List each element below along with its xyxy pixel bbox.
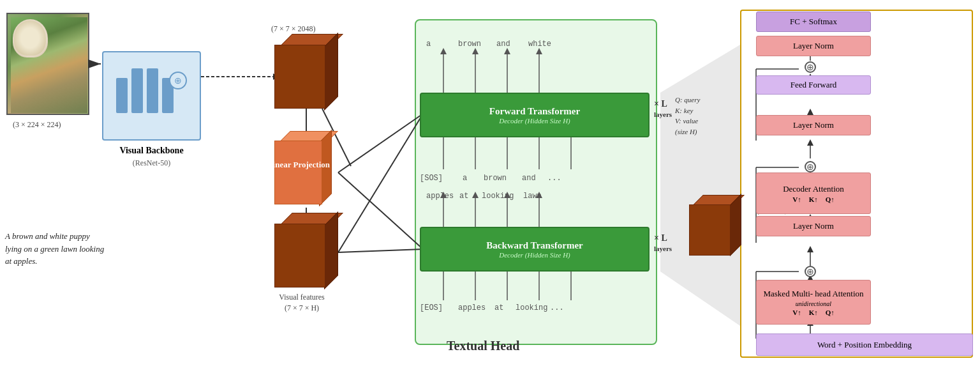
layer-norm-3-label: Layer Norm <box>793 221 834 231</box>
fwd-in-sos: [SOS] <box>420 174 443 183</box>
decoder-vkq: V↑ K↑ Q↑ <box>792 195 835 203</box>
textual-head-label: Textual Head <box>447 339 519 353</box>
bwd-out-apples: apples <box>426 192 454 201</box>
svg-line-13 <box>338 172 423 249</box>
vf-cube-front-face <box>274 224 325 288</box>
masked-v: V↑ <box>792 309 801 316</box>
feed-forward-label: Feed Forward <box>791 80 837 90</box>
qkv-v-label: V: value <box>675 116 700 126</box>
lp-label: Linear Projection <box>267 160 330 170</box>
dc-cube-front-face <box>689 204 731 256</box>
backbone-box: ⊕ <box>102 51 201 141</box>
lp-cube-front-face <box>274 141 322 204</box>
backbone-inner <box>116 62 174 113</box>
bwd-out-looking: looking <box>482 192 514 201</box>
embedding-label: Word + Position Embedding <box>817 340 912 350</box>
plus-circle-2: ⊕ <box>805 161 816 172</box>
backward-transformer-box: Backward Transformer Decoder (Hidden Siz… <box>420 227 650 272</box>
fwd-out-brown: brown <box>458 40 481 49</box>
layer-norm-1-box: Layer Norm <box>756 36 871 56</box>
embedding-box: Word + Position Embedding <box>756 334 973 356</box>
architecture-diagram: (3 × 224 × 224) A brown and white puppy … <box>0 0 980 368</box>
top-cube-label: (7 × 7 × 2048) <box>271 24 316 34</box>
svg-marker-50 <box>660 45 740 326</box>
backward-transformer-title: Backward Transformer <box>486 240 583 251</box>
masked-q: Q↑ <box>826 309 835 316</box>
plus-symbol: ⊕ <box>169 72 187 89</box>
fc-softmax-label: FC + Softmax <box>790 17 837 27</box>
fwd-in-and: and <box>522 174 536 183</box>
svg-line-11 <box>338 249 423 252</box>
decoder-attention-label: Decoder Attention <box>783 184 844 194</box>
vf-cube-right-face <box>324 211 338 289</box>
layer-norm-3-box: Layer Norm <box>756 216 871 236</box>
forward-transformer-subtitle: Decoder (Hidden Size H) <box>499 117 570 125</box>
bwd-in-looking: looking <box>516 303 547 312</box>
qkv-k-label: K: key <box>675 105 700 116</box>
masked-attention-label: Masked Multi- head Attention <box>763 289 863 299</box>
layer-norm-1-label: Layer Norm <box>793 41 834 51</box>
top-cube-front-face <box>274 45 325 109</box>
decoder-attention-box: Decoder Attention V↑ K↑ Q↑ <box>756 172 871 214</box>
layer-norm-2-label: Layer Norm <box>793 120 834 130</box>
bwd-in-at: at <box>494 303 503 312</box>
bwd-in-eos: [EOS] <box>420 303 443 312</box>
fwd-out-a: a <box>426 40 431 49</box>
qkv-size-label: (size H) <box>675 126 700 137</box>
backward-transformer-subtitle: Decoder (Hidden Size H) <box>499 251 570 259</box>
vf-label: Visual features <box>267 293 337 302</box>
layer-norm-2-box: Layer Norm <box>756 115 871 135</box>
fwd-in-brown: brown <box>484 174 507 183</box>
plus-circle-3: ⊕ <box>805 61 816 73</box>
bb-bar-1 <box>116 78 128 113</box>
svg-line-8 <box>338 114 423 172</box>
bwd-in-apples: apples <box>458 303 486 312</box>
bwd-out-lawn: lawn <box>523 192 542 201</box>
bb-bar-3 <box>147 68 158 113</box>
fwd-out-white: white <box>528 40 551 49</box>
fwd-in-a: a <box>463 174 467 183</box>
masked-vkq: V↑ K↑ Q↑ <box>792 309 835 316</box>
qkv-annotation: Q: query K: key V: value (size H) <box>675 95 700 137</box>
backbone-label: Visual Backbone <box>102 146 201 156</box>
multiplier-backward: × L layers <box>654 233 672 254</box>
fwd-out-and: and <box>496 40 510 49</box>
bwd-out-at: at <box>459 192 468 201</box>
fwd-in-dots: ... <box>547 174 561 183</box>
green-section <box>415 19 657 345</box>
image-dimensions: (3 × 224 × 224) <box>13 120 61 130</box>
svg-line-10 <box>338 114 423 252</box>
multiplier-forward: × L layers <box>654 99 672 119</box>
decoder-v: V↑ <box>792 195 801 203</box>
top-cube-right-face <box>324 33 338 111</box>
backbone-sublabel: (ResNet-50) <box>102 158 201 168</box>
forward-transformer-box: Forward Transformer Decoder (Hidden Size… <box>420 93 650 137</box>
input-image <box>6 13 89 115</box>
masked-attention-box: Masked Multi- head Attention unidirectio… <box>756 280 871 325</box>
decoder-q: Q↑ <box>826 195 835 203</box>
masked-attention-sub: unidirectional <box>796 300 831 307</box>
forward-transformer-title: Forward Transformer <box>489 106 580 117</box>
fc-softmax-box: FC + Softmax <box>756 12 871 32</box>
bwd-in-dots2: ... <box>550 303 564 312</box>
plus-circle-1: ⊕ <box>805 266 816 277</box>
qkv-q-label: Q: query <box>675 95 700 105</box>
caption-text: A brown and white puppy lying on a green… <box>5 230 107 268</box>
decoder-k: K↑ <box>809 195 818 203</box>
bb-bar-2 <box>131 68 143 113</box>
masked-k: K↑ <box>809 309 818 316</box>
vf-sublabel: (7 × 7 × H) <box>267 303 337 313</box>
feed-forward-box: Feed Forward <box>756 75 871 95</box>
